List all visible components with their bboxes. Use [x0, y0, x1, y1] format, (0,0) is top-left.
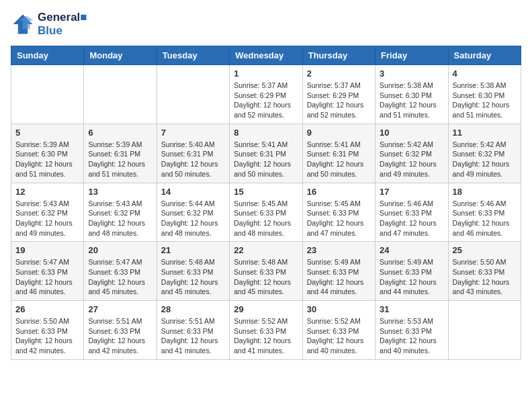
calendar-cell: 18Sunrise: 5:46 AM Sunset: 6:33 PM Dayli… [448, 183, 521, 242]
calendar-cell: 17Sunrise: 5:46 AM Sunset: 6:33 PM Dayli… [375, 183, 448, 242]
day-number: 9 [307, 128, 371, 138]
day-number: 8 [234, 128, 298, 138]
calendar-cell: 29Sunrise: 5:52 AM Sunset: 6:33 PM Dayli… [230, 301, 302, 360]
day-number: 10 [380, 128, 443, 138]
calendar-week-row: 5Sunrise: 5:39 AM Sunset: 6:30 PM Daylig… [11, 124, 521, 183]
day-info: Sunrise: 5:41 AM Sunset: 6:31 PM Dayligh… [307, 140, 371, 179]
calendar-cell: 1Sunrise: 5:37 AM Sunset: 6:29 PM Daylig… [230, 65, 302, 124]
day-number: 13 [88, 187, 152, 197]
day-info: Sunrise: 5:45 AM Sunset: 6:33 PM Dayligh… [234, 199, 298, 238]
day-number: 27 [88, 304, 152, 314]
calendar-cell: 5Sunrise: 5:39 AM Sunset: 6:30 PM Daylig… [11, 124, 84, 183]
calendar-cell: 15Sunrise: 5:45 AM Sunset: 6:33 PM Dayli… [230, 183, 302, 242]
day-info: Sunrise: 5:40 AM Sunset: 6:31 PM Dayligh… [161, 140, 225, 179]
calendar-cell [448, 301, 521, 360]
calendar-cell: 4Sunrise: 5:38 AM Sunset: 6:30 PM Daylig… [448, 65, 521, 124]
day-number: 17 [380, 187, 443, 197]
day-info: Sunrise: 5:39 AM Sunset: 6:31 PM Dayligh… [88, 140, 152, 179]
day-info: Sunrise: 5:45 AM Sunset: 6:33 PM Dayligh… [307, 199, 371, 238]
day-info: Sunrise: 5:48 AM Sunset: 6:33 PM Dayligh… [161, 257, 225, 297]
calendar-cell: 2Sunrise: 5:37 AM Sunset: 6:29 PM Daylig… [302, 65, 375, 124]
day-info: Sunrise: 5:38 AM Sunset: 6:30 PM Dayligh… [453, 81, 517, 120]
calendar-cell: 11Sunrise: 5:42 AM Sunset: 6:32 PM Dayli… [448, 124, 521, 183]
day-number: 21 [161, 245, 225, 255]
day-info: Sunrise: 5:43 AM Sunset: 6:32 PM Dayligh… [88, 199, 152, 238]
calendar-cell: 31Sunrise: 5:53 AM Sunset: 6:33 PM Dayli… [375, 301, 448, 360]
column-header-sunday: Sunday [11, 46, 84, 65]
day-number: 3 [380, 68, 443, 79]
day-info: Sunrise: 5:49 AM Sunset: 6:33 PM Dayligh… [380, 257, 443, 297]
day-number: 12 [15, 187, 79, 197]
calendar-cell [84, 65, 157, 124]
day-info: Sunrise: 5:51 AM Sunset: 6:33 PM Dayligh… [161, 316, 225, 356]
calendar-cell: 27Sunrise: 5:51 AM Sunset: 6:33 PM Dayli… [84, 301, 157, 360]
day-number: 4 [453, 68, 517, 79]
calendar-cell: 12Sunrise: 5:43 AM Sunset: 6:32 PM Dayli… [11, 183, 84, 242]
day-number: 31 [380, 304, 443, 314]
day-info: Sunrise: 5:38 AM Sunset: 6:30 PM Dayligh… [380, 81, 443, 120]
logo-text: General■ Blue [38, 11, 87, 38]
column-header-friday: Friday [375, 46, 448, 65]
column-header-saturday: Saturday [448, 46, 521, 65]
day-number: 30 [307, 304, 371, 314]
day-info: Sunrise: 5:49 AM Sunset: 6:33 PM Dayligh… [307, 257, 371, 297]
logo-icon [11, 12, 35, 36]
day-info: Sunrise: 5:51 AM Sunset: 6:33 PM Dayligh… [88, 316, 152, 356]
calendar-cell: 28Sunrise: 5:51 AM Sunset: 6:33 PM Dayli… [157, 301, 229, 360]
calendar-header-row: SundayMondayTuesdayWednesdayThursdayFrid… [11, 46, 521, 65]
calendar-cell: 9Sunrise: 5:41 AM Sunset: 6:31 PM Daylig… [302, 124, 375, 183]
day-number: 24 [380, 245, 443, 255]
day-info: Sunrise: 5:52 AM Sunset: 6:33 PM Dayligh… [234, 316, 298, 356]
calendar-week-row: 19Sunrise: 5:47 AM Sunset: 6:33 PM Dayli… [11, 242, 521, 301]
day-info: Sunrise: 5:37 AM Sunset: 6:29 PM Dayligh… [234, 81, 298, 120]
day-info: Sunrise: 5:47 AM Sunset: 6:33 PM Dayligh… [15, 257, 79, 297]
day-number: 7 [161, 128, 225, 138]
day-number: 1 [234, 68, 298, 79]
day-info: Sunrise: 5:44 AM Sunset: 6:32 PM Dayligh… [161, 199, 225, 238]
calendar-cell: 19Sunrise: 5:47 AM Sunset: 6:33 PM Dayli… [11, 242, 84, 301]
day-number: 6 [88, 128, 152, 138]
day-number: 19 [15, 245, 79, 255]
day-info: Sunrise: 5:53 AM Sunset: 6:33 PM Dayligh… [380, 316, 443, 356]
logo: General■ Blue [11, 11, 87, 38]
calendar-cell: 3Sunrise: 5:38 AM Sunset: 6:30 PM Daylig… [375, 65, 448, 124]
day-number: 23 [307, 245, 371, 255]
day-number: 29 [234, 304, 298, 314]
calendar-cell: 23Sunrise: 5:49 AM Sunset: 6:33 PM Dayli… [302, 242, 375, 301]
calendar-cell [157, 65, 229, 124]
day-number: 14 [161, 187, 225, 197]
calendar-week-row: 1Sunrise: 5:37 AM Sunset: 6:29 PM Daylig… [11, 65, 521, 124]
column-header-wednesday: Wednesday [230, 46, 302, 65]
day-info: Sunrise: 5:42 AM Sunset: 6:32 PM Dayligh… [453, 140, 517, 179]
day-number: 5 [15, 128, 79, 138]
day-info: Sunrise: 5:42 AM Sunset: 6:32 PM Dayligh… [380, 140, 443, 179]
day-number: 20 [88, 245, 152, 255]
day-number: 22 [234, 245, 298, 255]
day-number: 26 [15, 304, 79, 314]
calendar-cell: 16Sunrise: 5:45 AM Sunset: 6:33 PM Dayli… [302, 183, 375, 242]
column-header-monday: Monday [84, 46, 157, 65]
calendar-cell: 30Sunrise: 5:52 AM Sunset: 6:33 PM Dayli… [302, 301, 375, 360]
calendar-cell: 14Sunrise: 5:44 AM Sunset: 6:32 PM Dayli… [157, 183, 229, 242]
calendar-cell [11, 65, 84, 124]
day-info: Sunrise: 5:47 AM Sunset: 6:33 PM Dayligh… [88, 257, 152, 297]
calendar-cell: 8Sunrise: 5:41 AM Sunset: 6:31 PM Daylig… [230, 124, 302, 183]
day-info: Sunrise: 5:39 AM Sunset: 6:30 PM Dayligh… [15, 140, 79, 179]
calendar-cell: 22Sunrise: 5:48 AM Sunset: 6:33 PM Dayli… [230, 242, 302, 301]
column-header-tuesday: Tuesday [157, 46, 229, 65]
calendar-cell: 24Sunrise: 5:49 AM Sunset: 6:33 PM Dayli… [375, 242, 448, 301]
calendar-table: SundayMondayTuesdayWednesdayThursdayFrid… [11, 46, 521, 360]
day-info: Sunrise: 5:48 AM Sunset: 6:33 PM Dayligh… [234, 257, 298, 297]
day-info: Sunrise: 5:50 AM Sunset: 6:33 PM Dayligh… [15, 316, 79, 356]
day-info: Sunrise: 5:46 AM Sunset: 6:33 PM Dayligh… [453, 199, 517, 238]
day-number: 25 [453, 245, 517, 255]
calendar-cell: 26Sunrise: 5:50 AM Sunset: 6:33 PM Dayli… [11, 301, 84, 360]
calendar-cell: 20Sunrise: 5:47 AM Sunset: 6:33 PM Dayli… [84, 242, 157, 301]
page-header: General■ Blue [11, 11, 521, 38]
day-number: 18 [453, 187, 517, 197]
day-info: Sunrise: 5:50 AM Sunset: 6:33 PM Dayligh… [453, 257, 517, 297]
calendar-cell: 7Sunrise: 5:40 AM Sunset: 6:31 PM Daylig… [157, 124, 229, 183]
calendar-cell: 21Sunrise: 5:48 AM Sunset: 6:33 PM Dayli… [157, 242, 229, 301]
day-info: Sunrise: 5:46 AM Sunset: 6:33 PM Dayligh… [380, 199, 443, 238]
day-number: 16 [307, 187, 371, 197]
